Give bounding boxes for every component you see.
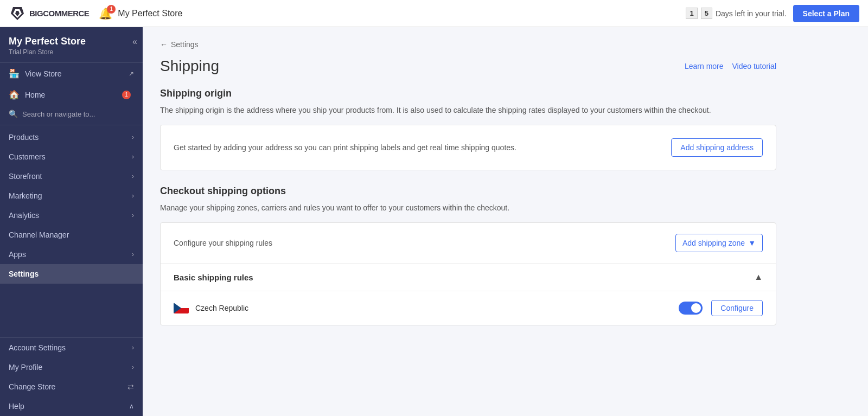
bigcommerce-logo: BIGCOMMERCE bbox=[9, 5, 89, 22]
add-shipping-zone-button[interactable]: Add shipping zone ▼ bbox=[675, 234, 763, 252]
home-badge: 1 bbox=[122, 91, 131, 99]
my-profile-chevron: › bbox=[132, 363, 134, 371]
sidebar-collapse-button[interactable]: « bbox=[127, 35, 143, 49]
content-inner: ← Settings Shipping Learn more Video tut… bbox=[143, 27, 794, 354]
sidebar-search[interactable]: 🔍 Search or navigate to... bbox=[0, 105, 143, 123]
toggle-track bbox=[679, 302, 703, 315]
sidebar-item-channel-manager[interactable]: Channel Manager bbox=[0, 225, 143, 245]
shipping-rule-header[interactable]: Basic shipping rules ▲ bbox=[161, 264, 776, 291]
checkout-shipping-title: Checkout shipping options bbox=[160, 185, 776, 197]
sidebar-store-name: My Perfect Store bbox=[9, 36, 134, 47]
czech-toggle[interactable] bbox=[679, 302, 703, 315]
flag-blue-triangle bbox=[174, 303, 181, 313]
sidebar-item-help[interactable]: Help ∧ bbox=[0, 396, 143, 416]
header-store-name: My Perfect Store bbox=[118, 9, 182, 18]
card-body-shipping-address: Get started by adding your address so yo… bbox=[161, 125, 776, 170]
sidebar-divider-1 bbox=[0, 125, 143, 125]
sidebar-item-marketing[interactable]: Marketing › bbox=[0, 186, 143, 206]
home-label: Home bbox=[25, 91, 122, 99]
storefront-chevron: › bbox=[132, 172, 134, 180]
sidebar-item-products[interactable]: Products › bbox=[0, 127, 143, 147]
analytics-chevron: › bbox=[132, 212, 134, 219]
sidebar-item-my-profile[interactable]: My Profile › bbox=[0, 357, 143, 377]
video-tutorial-link[interactable]: Video tutorial bbox=[732, 62, 776, 71]
shipping-origin-section: Shipping origin The shipping origin is t… bbox=[160, 88, 776, 170]
products-chevron: › bbox=[132, 133, 134, 141]
checkout-shipping-card: Configure your shipping rules Add shippi… bbox=[160, 222, 776, 325]
toggle-thumb bbox=[691, 303, 701, 313]
sidebar-item-view-store[interactable]: 🏪 View Store ↗ bbox=[0, 63, 143, 84]
add-shipping-zone-label: Add shipping zone bbox=[682, 239, 745, 247]
notification-bell[interactable]: 🔔 1 bbox=[99, 7, 112, 20]
store-icon: 🏪 bbox=[9, 68, 20, 79]
header-left: BIGCOMMERCE 🔔 1 My Perfect Store bbox=[9, 5, 686, 22]
help-label: Help bbox=[9, 402, 24, 411]
trial-day-2: 5 bbox=[701, 8, 712, 19]
sidebar: My Perfect Store Trial Plan Store « 🏪 Vi… bbox=[0, 27, 143, 416]
help-chevron-icon: ∧ bbox=[129, 402, 134, 410]
home-icon: 🏠 bbox=[9, 89, 20, 100]
customers-chevron: › bbox=[132, 153, 134, 161]
breadcrumb-arrow-icon: ← bbox=[160, 40, 168, 49]
bell-badge: 1 bbox=[107, 5, 116, 14]
trial-day-1: 1 bbox=[686, 8, 697, 19]
change-store-icon: ⇄ bbox=[127, 382, 134, 391]
country-controls: Configure bbox=[679, 300, 763, 316]
top-header: BIGCOMMERCE 🔔 1 My Perfect Store 1 5 Day… bbox=[0, 0, 868, 27]
sidebar-store-header: My Perfect Store Trial Plan Store « bbox=[0, 27, 143, 63]
select-plan-button[interactable]: Select a Plan bbox=[793, 5, 859, 22]
country-info: Czech Republic bbox=[174, 303, 248, 313]
sidebar-item-change-store[interactable]: Change Store ⇄ bbox=[0, 377, 143, 396]
page-links: Learn more Video tutorial bbox=[685, 62, 776, 71]
sidebar-item-analytics[interactable]: Analytics › bbox=[0, 206, 143, 225]
page-title: Shipping bbox=[160, 57, 219, 75]
marketing-chevron: › bbox=[132, 192, 134, 200]
shipping-address-card-text: Get started by adding your address so yo… bbox=[174, 143, 516, 152]
shipping-rule-body: Czech Republic Configure bbox=[161, 291, 776, 325]
sidebar-store-info: My Perfect Store Trial Plan Store bbox=[0, 27, 143, 63]
breadcrumb[interactable]: ← Settings bbox=[160, 40, 776, 49]
logo-icon bbox=[9, 5, 26, 22]
header-right: 1 5 Days left in your trial. Select a Pl… bbox=[686, 5, 859, 22]
checkout-shipping-section: Checkout shipping options Manage your sh… bbox=[160, 185, 776, 325]
shipping-address-card: Get started by adding your address so yo… bbox=[160, 125, 776, 170]
basic-shipping-rules: Basic shipping rules ▲ bbox=[161, 264, 776, 325]
content-area: ← Settings Shipping Learn more Video tut… bbox=[143, 27, 868, 416]
sidebar-item-customers[interactable]: Customers › bbox=[0, 147, 143, 167]
czech-configure-button[interactable]: Configure bbox=[711, 300, 763, 316]
external-link-icon: ↗ bbox=[129, 70, 134, 78]
shipping-origin-desc: The shipping origin is the address where… bbox=[160, 105, 776, 116]
learn-more-link[interactable]: Learn more bbox=[685, 62, 724, 71]
breadcrumb-label: Settings bbox=[171, 40, 199, 49]
sidebar-item-account-settings[interactable]: Account Settings › bbox=[0, 338, 143, 357]
czech-republic-label: Czech Republic bbox=[195, 304, 248, 312]
sidebar-store-sub: Trial Plan Store bbox=[9, 48, 134, 56]
country-row-czech: Czech Republic Configure bbox=[161, 291, 776, 325]
sidebar-bottom: Account Settings › My Profile › Change S… bbox=[0, 337, 143, 416]
checkout-header: Configure your shipping rules Add shippi… bbox=[161, 223, 776, 264]
search-label: Search or navigate to... bbox=[22, 110, 95, 118]
sidebar-item-storefront[interactable]: Storefront › bbox=[0, 167, 143, 186]
apps-chevron: › bbox=[132, 251, 134, 258]
sidebar-item-apps[interactable]: Apps › bbox=[0, 245, 143, 264]
collapse-arrow-icon: ▲ bbox=[754, 272, 763, 282]
sidebar-item-home[interactable]: 🏠 Home 1 bbox=[0, 84, 143, 105]
dropdown-arrow-icon: ▼ bbox=[748, 239, 756, 247]
page-title-row: Shipping Learn more Video tutorial bbox=[160, 57, 776, 75]
configure-rules-text: Configure your shipping rules bbox=[174, 239, 272, 247]
logo-text: BIGCOMMERCE bbox=[29, 9, 89, 18]
view-store-label: View Store bbox=[25, 69, 129, 78]
checkout-shipping-desc: Manage your shipping zones, carriers and… bbox=[160, 202, 776, 214]
add-shipping-address-button[interactable]: Add shipping address bbox=[671, 138, 763, 157]
main-layout: My Perfect Store Trial Plan Store « 🏪 Vi… bbox=[0, 27, 868, 416]
basic-rules-title: Basic shipping rules bbox=[174, 273, 253, 282]
account-settings-chevron: › bbox=[132, 344, 134, 351]
trial-info: 1 5 Days left in your trial. bbox=[686, 8, 786, 19]
czech-flag-icon bbox=[174, 303, 189, 313]
shipping-origin-title: Shipping origin bbox=[160, 88, 776, 99]
search-icon: 🔍 bbox=[9, 110, 18, 118]
trial-text: Days left in your trial. bbox=[716, 9, 787, 18]
sidebar-item-settings[interactable]: Settings bbox=[0, 264, 143, 284]
